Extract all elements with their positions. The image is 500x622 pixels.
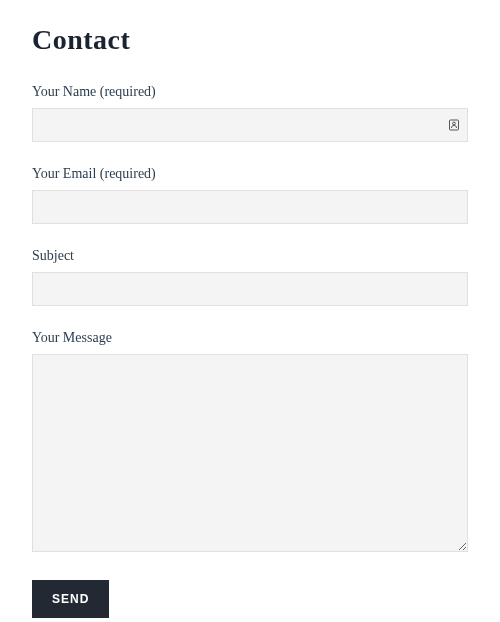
contact-form: Your Name (required) Your Email (require… bbox=[32, 84, 468, 618]
email-input[interactable] bbox=[32, 190, 468, 224]
message-textarea[interactable] bbox=[32, 354, 468, 552]
name-field-group: Your Name (required) bbox=[32, 84, 468, 142]
message-field-group: Your Message bbox=[32, 330, 468, 556]
message-label: Your Message bbox=[32, 330, 468, 346]
email-label: Your Email (required) bbox=[32, 166, 468, 182]
name-input[interactable] bbox=[32, 108, 468, 142]
page-title: Contact bbox=[32, 24, 468, 56]
email-field-group: Your Email (required) bbox=[32, 166, 468, 224]
subject-field-group: Subject bbox=[32, 248, 468, 306]
send-button[interactable]: SEND bbox=[32, 580, 109, 618]
subject-input[interactable] bbox=[32, 272, 468, 306]
name-label: Your Name (required) bbox=[32, 84, 468, 100]
name-input-wrapper bbox=[32, 108, 468, 142]
subject-label: Subject bbox=[32, 248, 468, 264]
